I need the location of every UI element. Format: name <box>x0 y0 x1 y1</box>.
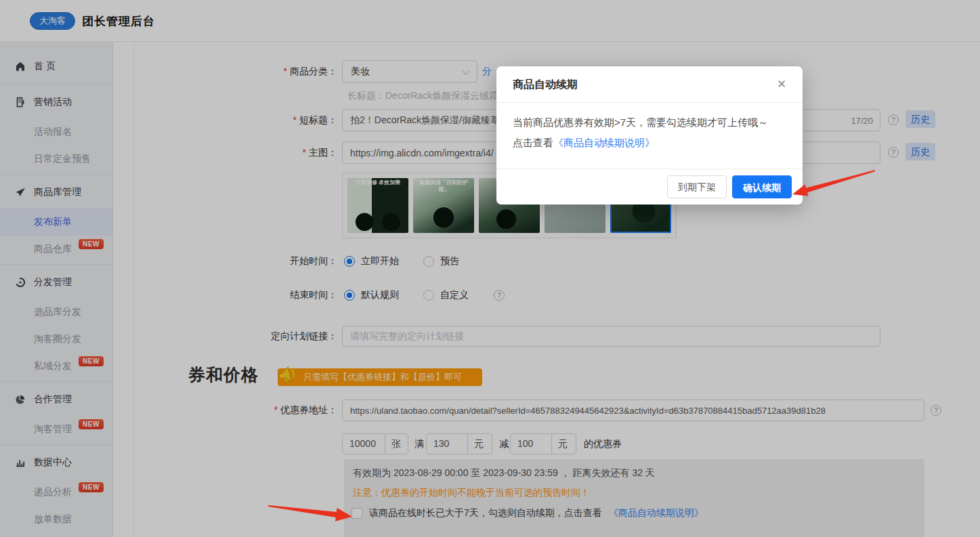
modal-doc-link[interactable]: 《商品自动续期说明》 <box>553 137 655 148</box>
modal-body: 当前商品优惠券有效期>7天，需要勾选续期才可上传哦～ 点击查看《商品自动续期说明… <box>513 103 786 153</box>
close-icon[interactable]: ✕ <box>774 77 789 91</box>
expire-offshelf-button[interactable]: 到期下架 <box>667 175 727 198</box>
confirm-renew-button[interactable]: 确认续期 <box>732 175 792 198</box>
auto-renew-modal: 商品自动续期 ✕ 当前商品优惠券有效期>7天，需要勾选续期才可上传哦～ 点击查看… <box>496 66 803 205</box>
modal-header: 商品自动续期 ✕ <box>496 66 803 103</box>
modal-body-line1: 当前商品优惠券有效期>7天，需要勾选续期才可上传哦～ <box>513 112 786 133</box>
modal-backdrop <box>0 0 980 537</box>
modal-body-line2: 点击查看《商品自动续期说明》 <box>513 133 786 153</box>
modal-footer: 到期下架 确认续期 <box>496 169 803 205</box>
modal-title: 商品自动续期 <box>513 78 578 92</box>
app: 大淘客 团长管理后台 首 页营销活动活动报名日常定金预售商品库管理发布新单商品仓… <box>0 0 980 537</box>
